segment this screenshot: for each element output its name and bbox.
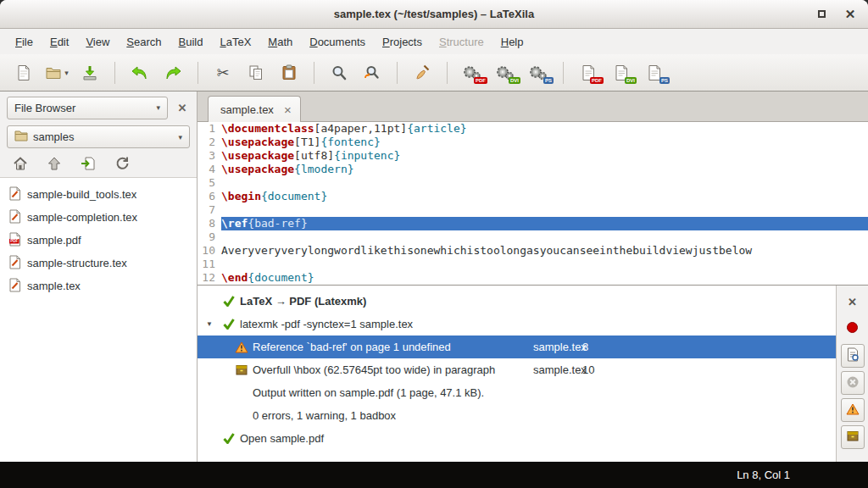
file-item[interactable]: PDFsample.pdf bbox=[0, 229, 197, 252]
code-line-9[interactable]: 9 bbox=[198, 230, 868, 244]
toolbar-separator bbox=[314, 62, 314, 84]
build-message[interactable]: Open sample.pdf bbox=[198, 427, 836, 450]
menu-file[interactable]: File bbox=[7, 31, 42, 53]
open-file-button[interactable]: ▾ bbox=[42, 58, 72, 87]
menu-projects[interactable]: Projects bbox=[374, 31, 431, 53]
parent-dir-button[interactable] bbox=[44, 154, 64, 175]
close-button[interactable]: ✕ bbox=[841, 290, 865, 313]
tab-close-icon[interactable]: × bbox=[284, 103, 292, 116]
abort-button[interactable] bbox=[841, 317, 865, 341]
code-line-8[interactable]: 8\ref{bad-ref} bbox=[198, 217, 868, 230]
search-replace-button[interactable] bbox=[357, 58, 387, 87]
build-dvi-button[interactable]: DVI bbox=[490, 58, 520, 87]
view-dvi-badge: DVI bbox=[625, 77, 637, 84]
build-message[interactable]: LaTeX → PDF (Latexmk) bbox=[198, 290, 836, 313]
view-pdf-badge: PDF bbox=[590, 77, 604, 84]
line-number: 12 bbox=[198, 271, 221, 285]
badboxes-button[interactable] bbox=[841, 425, 865, 449]
build-message-text: Overfull \hbox (62.57645pt too wide) in … bbox=[253, 363, 495, 376]
file-item[interactable]: sample-build_tools.tex bbox=[0, 183, 197, 206]
window-title: sample.tex (~/test/samples) – LaTeXila bbox=[334, 8, 534, 20]
code-line-2[interactable]: 2\usepackage[T1]{fontenc} bbox=[198, 136, 868, 149]
file-item[interactable]: sample.tex bbox=[0, 274, 197, 297]
code-line-5[interactable]: 5 bbox=[198, 176, 868, 190]
menu-math[interactable]: Math bbox=[259, 31, 301, 53]
build-message[interactable]: ▼latexmk -pdf -synctex=1 sample.tex bbox=[198, 313, 836, 336]
side-panel-close-button[interactable]: ✕ bbox=[171, 102, 193, 114]
line-number: 6 bbox=[198, 190, 221, 203]
menu-edit[interactable]: Edit bbox=[42, 31, 77, 53]
build-message[interactable]: Overfull \hbox (62.57645pt too wide) in … bbox=[198, 358, 836, 381]
build-ps-badge: PS bbox=[543, 77, 554, 84]
code-line-1[interactable]: 1\documentclass[a4paper,11pt]{article} bbox=[198, 122, 868, 136]
badbox-icon bbox=[233, 364, 250, 375]
search-button[interactable] bbox=[324, 58, 354, 87]
window-controls: ✕ bbox=[814, 0, 858, 28]
build-message-line: 10 bbox=[582, 363, 594, 376]
warnings-button[interactable] bbox=[841, 398, 865, 422]
file-item[interactable]: sample-completion.tex bbox=[0, 206, 197, 229]
menu-help[interactable]: Help bbox=[492, 31, 532, 53]
paste-icon bbox=[281, 64, 298, 81]
cut-button[interactable]: ✂ bbox=[208, 58, 238, 87]
save-icon bbox=[81, 64, 98, 81]
new-file-button[interactable] bbox=[8, 58, 39, 87]
menu-structure: Structure bbox=[431, 31, 492, 53]
view-ps-button[interactable]: PS bbox=[639, 58, 670, 87]
code-line-12[interactable]: 12\end{document} bbox=[198, 271, 868, 285]
code-line-3[interactable]: 3\usepackage[utf8]{inputenc} bbox=[198, 149, 868, 163]
menu-view[interactable]: View bbox=[77, 31, 118, 53]
code-line-10[interactable]: 10Averyveryverylongwordlikethisonewhichi… bbox=[198, 244, 868, 258]
undo-icon bbox=[131, 64, 149, 81]
open-recent-dropdown-icon[interactable]: ▾ bbox=[64, 69, 69, 77]
code-text: \usepackage{lmodern} bbox=[221, 163, 868, 176]
menu-build[interactable]: Build bbox=[170, 31, 212, 53]
details-button[interactable] bbox=[841, 344, 865, 368]
abort-icon bbox=[847, 322, 858, 336]
side-panel-selector-label: File Browser bbox=[14, 102, 151, 114]
copy-button[interactable] bbox=[241, 58, 271, 87]
redo-button[interactable] bbox=[158, 58, 188, 87]
build-message[interactable]: Reference `bad-ref' on page 1 undefineds… bbox=[198, 336, 836, 358]
window-close-button[interactable]: ✕ bbox=[843, 7, 858, 22]
code-line-4[interactable]: 4\usepackage{lmodern} bbox=[198, 163, 868, 176]
code-line-6[interactable]: 6\begin{document} bbox=[198, 190, 868, 203]
code-text bbox=[221, 203, 868, 217]
check-icon bbox=[220, 319, 237, 330]
code-line-7[interactable]: 7 bbox=[198, 203, 868, 217]
badboxes-icon bbox=[847, 430, 859, 444]
source-editor[interactable]: 1\documentclass[a4paper,11pt]{article}2\… bbox=[198, 122, 868, 285]
home-button[interactable] bbox=[10, 154, 31, 175]
clean-button[interactable] bbox=[407, 58, 437, 87]
build-ps-button[interactable]: PS bbox=[523, 58, 554, 87]
menu-search[interactable]: Search bbox=[118, 31, 170, 53]
paste-button[interactable] bbox=[274, 58, 304, 87]
view-dvi-button[interactable]: DVI bbox=[606, 58, 637, 87]
unmaximize-button[interactable] bbox=[814, 7, 829, 22]
side-panel-selector[interactable]: File Browser ▾ bbox=[7, 97, 168, 119]
code-line-11[interactable]: 11 bbox=[198, 258, 868, 271]
expander-icon[interactable]: ▼ bbox=[206, 320, 220, 328]
line-number: 5 bbox=[198, 176, 221, 190]
file-item[interactable]: sample-structure.tex bbox=[0, 252, 197, 274]
directory-selector[interactable]: samples ▾ bbox=[7, 125, 190, 148]
code-text: \ref{bad-ref} bbox=[221, 217, 868, 230]
build-pdf-button[interactable]: PDF bbox=[457, 58, 487, 87]
menu-documents[interactable]: Documents bbox=[301, 31, 374, 53]
line-number: 3 bbox=[198, 149, 221, 163]
undo-button[interactable] bbox=[125, 58, 155, 87]
chevron-down-icon: ▾ bbox=[178, 133, 182, 141]
toolbar-separator bbox=[447, 62, 448, 84]
errors-button[interactable] bbox=[841, 371, 865, 395]
menu-latex[interactable]: LaTeX bbox=[211, 31, 259, 53]
line-number: 7 bbox=[198, 203, 221, 217]
jump-to-doc-button[interactable] bbox=[78, 154, 98, 175]
view-pdf-button[interactable]: PDF bbox=[573, 58, 604, 87]
save-button[interactable] bbox=[75, 58, 105, 87]
warning-icon bbox=[233, 341, 250, 353]
refresh-button[interactable] bbox=[112, 154, 132, 175]
build-message[interactable]: 0 errors, 1 warning, 1 badbox bbox=[198, 404, 836, 427]
tex-file-icon bbox=[8, 186, 21, 203]
build-message[interactable]: Output written on sample.pdf (1 page, 47… bbox=[198, 381, 836, 404]
tab-sample-tex[interactable]: sample.tex × bbox=[208, 96, 301, 122]
